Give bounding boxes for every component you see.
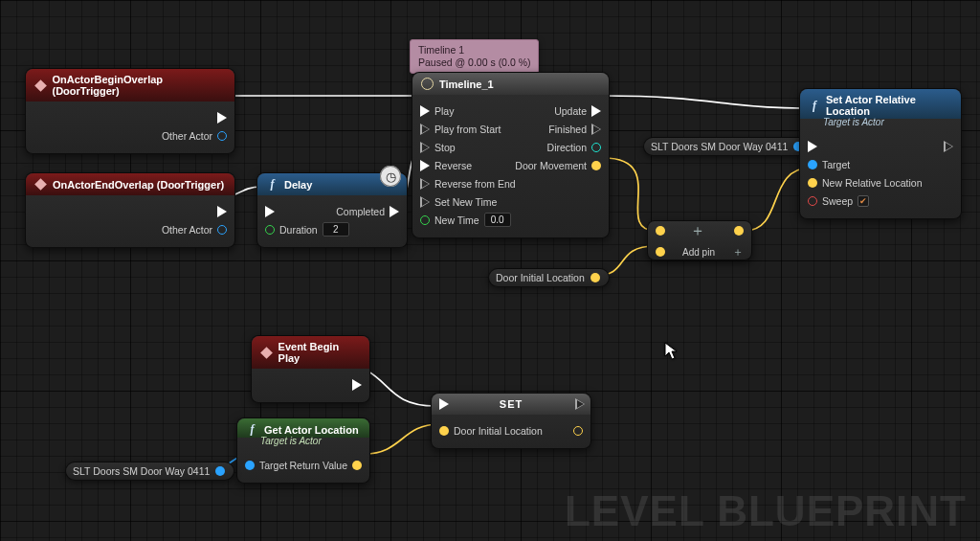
- mouse-cursor-icon: [664, 342, 678, 361]
- node-set-relative-location[interactable]: f Set Actor Relative Location Target is …: [799, 88, 962, 219]
- exec-out-pin[interactable]: [217, 206, 227, 217]
- node-header: f Set Actor Relative Location: [800, 89, 961, 119]
- pin-label: Play: [434, 105, 454, 117]
- pin-label: Set New Time: [434, 196, 497, 208]
- other-actor-pin[interactable]: [217, 225, 227, 235]
- target-pin[interactable]: [808, 160, 817, 169]
- duration-pin[interactable]: [265, 225, 275, 235]
- chip-label: SLT Doors SM Door Way 0411: [651, 141, 788, 152]
- reverse-end-pin[interactable]: [420, 178, 430, 190]
- exec-in-pin[interactable]: [265, 206, 275, 217]
- pin-label: Other Actor: [162, 224, 212, 236]
- node-timeline[interactable]: Timeline_1 Play Update Play from Start F…: [412, 72, 610, 238]
- event-icon: [34, 178, 47, 191]
- chip-label: Door Initial Location: [496, 272, 585, 283]
- tooltip-title: Timeline 1: [418, 44, 530, 56]
- node-title: OnActorEndOverlap (DoorTrigger): [53, 179, 224, 191]
- new-time-field[interactable]: [484, 213, 511, 227]
- exec-in-pin[interactable]: [439, 398, 449, 410]
- add-input-a-pin[interactable]: [656, 226, 665, 236]
- exec-out-pin[interactable]: [944, 141, 953, 152]
- node-header: SET: [432, 394, 590, 415]
- node-header: OnActorBeginOverlap (DoorTrigger): [26, 69, 234, 101]
- function-icon: f: [266, 178, 278, 191]
- object-out-pin[interactable]: [215, 466, 225, 476]
- node-subtitle: Target is Actor: [800, 117, 961, 130]
- pin-label: Play from Start: [434, 124, 501, 135]
- node-title: Delay: [284, 179, 312, 191]
- direction-pin[interactable]: [591, 143, 601, 152]
- add-output-pin[interactable]: [734, 226, 744, 236]
- pin-label: Door Movement: [515, 160, 587, 171]
- event-icon: [34, 79, 47, 92]
- return-value-pin[interactable]: [352, 461, 362, 470]
- door-init-out-pin[interactable]: [573, 426, 583, 436]
- node-title: Set Actor Relative Location: [826, 94, 952, 117]
- blueprint-watermark: LEVEL BLUEPRINT: [565, 487, 967, 535]
- pin-label: Sweep: [822, 195, 853, 207]
- node-get-actor-location[interactable]: f Get Actor Location Target is Actor Tar…: [236, 417, 370, 484]
- pin-label: Stop: [434, 142, 456, 153]
- function-icon: f: [809, 100, 820, 112]
- pin-label: Target: [822, 159, 850, 170]
- node-header: Event Begin Play: [252, 336, 369, 369]
- target-pin[interactable]: [245, 461, 255, 470]
- event-icon: [260, 347, 273, 359]
- other-actor-pin[interactable]: [217, 131, 227, 141]
- exec-out-pin[interactable]: [390, 206, 399, 217]
- node-title: Get Actor Location: [264, 424, 359, 436]
- duration-field[interactable]: [323, 222, 349, 237]
- node-event-begin-play[interactable]: Event Begin Play: [251, 335, 370, 403]
- stop-pin[interactable]: [420, 142, 430, 153]
- pin-label: Reverse from End: [434, 178, 516, 190]
- node-title: OnActorBeginOverlap (DoorTrigger): [53, 74, 227, 97]
- timeline-icon: [421, 78, 434, 90]
- pin-label: Return Value: [289, 460, 347, 471]
- play-from-start-pin[interactable]: [420, 124, 430, 135]
- node-header: OnActorEndOverlap (DoorTrigger): [26, 173, 234, 195]
- finished-pin[interactable]: [591, 124, 601, 135]
- pin-label: Door Initial Location: [454, 425, 543, 437]
- door-initial-location-getter[interactable]: Door Initial Location: [488, 268, 610, 287]
- node-begin-overlap[interactable]: OnActorBeginOverlap (DoorTrigger) Other …: [25, 68, 235, 154]
- exec-out-pin[interactable]: [217, 112, 227, 124]
- node-subtitle: Target is Actor: [237, 436, 369, 449]
- reverse-pin[interactable]: [420, 160, 430, 171]
- exec-out-pin[interactable]: [352, 379, 362, 391]
- node-title: Timeline_1: [439, 79, 494, 90]
- slt-door-reference[interactable]: SLT Doors SM Door Way 0411: [643, 137, 813, 156]
- latent-clock-icon: ◷: [380, 166, 401, 187]
- pin-label: Finished: [548, 124, 587, 135]
- timeline-tooltip: Timeline 1 Paused @ 0.00 s (0.0 %): [410, 39, 539, 74]
- node-header: f Get Actor Location: [237, 418, 369, 438]
- node-title: SET: [500, 398, 523, 410]
- sweep-pin[interactable]: [808, 196, 817, 206]
- pin-label: Completed: [336, 206, 385, 217]
- door-movement-pin[interactable]: [591, 161, 601, 170]
- add-pin-icon[interactable]: ＋: [732, 244, 744, 260]
- plus-icon: ＋: [690, 221, 705, 241]
- exec-in-pin[interactable]: [808, 141, 817, 152]
- tooltip-status: Paused @ 0.00 s (0.0 %): [418, 56, 530, 69]
- function-icon: f: [246, 423, 258, 436]
- sweep-checkbox[interactable]: ✔: [858, 195, 869, 207]
- new-rel-loc-pin[interactable]: [808, 178, 817, 188]
- slt-door-reference-2[interactable]: SLT Doors SM Door Way 0411: [65, 462, 234, 481]
- node-set-variable[interactable]: SET Door Initial Location: [431, 393, 591, 449]
- node-end-overlap[interactable]: OnActorEndOverlap (DoorTrigger) Other Ac…: [25, 172, 235, 248]
- play-pin[interactable]: [420, 105, 430, 117]
- node-vector-add[interactable]: ＋ Add pin ＋: [647, 220, 752, 260]
- pin-label: Reverse: [434, 160, 472, 171]
- pin-label: Direction: [547, 142, 587, 153]
- door-init-in-pin[interactable]: [439, 426, 449, 436]
- pin-label: Update: [554, 105, 587, 117]
- new-time-pin[interactable]: [420, 215, 430, 225]
- pin-label: Target: [259, 460, 287, 471]
- add-pin-label[interactable]: Add pin: [682, 247, 715, 258]
- chip-label: SLT Doors SM Door Way 0411: [73, 465, 210, 477]
- update-pin[interactable]: [591, 105, 601, 117]
- add-input-b-pin[interactable]: [656, 247, 665, 257]
- exec-out-pin[interactable]: [575, 398, 585, 410]
- vector-out-pin[interactable]: [590, 273, 600, 282]
- set-new-time-pin[interactable]: [420, 196, 430, 208]
